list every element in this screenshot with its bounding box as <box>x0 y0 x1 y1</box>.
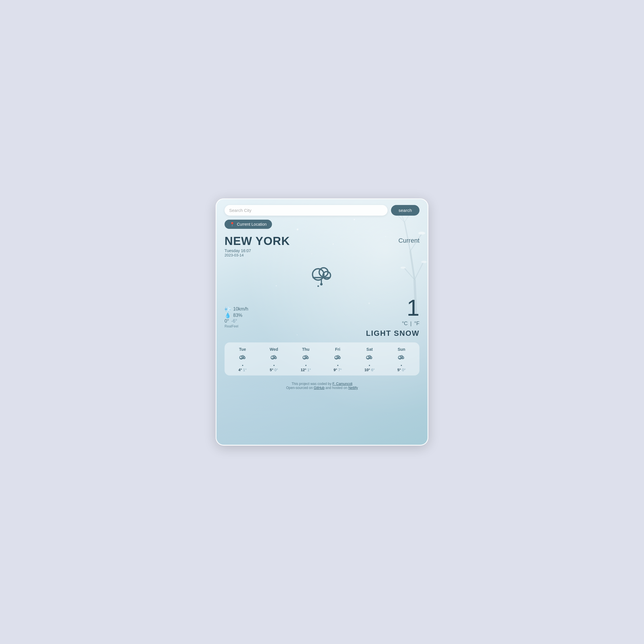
snow-cloud-icon <box>306 260 338 292</box>
condition-label: LIGHT SNOW <box>322 329 419 338</box>
forecast-lo: 1° <box>307 368 311 372</box>
forecast-hi: 9° <box>333 368 337 372</box>
author-link[interactable]: F. Camuncoli <box>332 382 352 386</box>
forecast-day: Thu 12° 1° <box>301 347 311 372</box>
forecast-day-label: Sat <box>367 347 373 352</box>
forecast-cloud-icon <box>397 353 406 363</box>
forecast-cloud-icon <box>238 353 247 363</box>
forecast-lo: 0° <box>402 368 405 372</box>
humidity-icon: 💧 <box>225 312 231 319</box>
main-content: search 📍 Current Location NEW YORK Tuesd… <box>216 199 428 398</box>
svg-point-20 <box>317 285 319 287</box>
forecast-dot <box>401 365 402 366</box>
city-info: NEW YORK Tuesday 16:07 2023-03-14 <box>225 235 398 257</box>
location-button-label: Current Location <box>237 222 267 227</box>
unit-separator: | <box>410 321 412 326</box>
forecast-hi: 5° <box>270 368 273 372</box>
temperature-value: 1 <box>322 296 419 319</box>
github-link[interactable]: GitHub <box>314 386 324 390</box>
forecast-day: Sat 10° 6° <box>365 347 375 372</box>
forecast-temps: 5° 0° <box>397 368 406 372</box>
humidity-detail: 💧 83% <box>225 312 322 319</box>
forecast-day: Sun 5° 0° <box>397 347 406 372</box>
search-row: search <box>225 205 419 216</box>
city-name: NEW YORK <box>225 235 398 247</box>
realfeel-hi: 0° <box>225 319 229 324</box>
left-details: 💨 10km/h 💧 83% 0° -6° RealFeel <box>225 306 322 328</box>
footer: This project was coded by F. Camuncoli O… <box>225 382 419 391</box>
search-input[interactable] <box>225 205 388 216</box>
search-button[interactable]: search <box>391 205 419 216</box>
current-label: Current <box>398 235 419 244</box>
forecast-day-label: Fri <box>335 347 340 352</box>
day-label: Tuesday <box>225 248 240 253</box>
svg-point-19 <box>320 283 323 285</box>
forecast-day: Wed 5° 0° <box>269 347 279 372</box>
forecast-day: Fri 9° 7° <box>333 347 342 372</box>
forecast-dot <box>369 365 370 366</box>
forecast-hi: 4° <box>238 368 242 372</box>
footer-text3: and hosted on <box>325 386 347 390</box>
fahrenheit-unit[interactable]: °F <box>414 321 419 326</box>
forecast-cloud-icon <box>269 353 279 363</box>
forecast-lo: 1° <box>243 368 246 372</box>
wind-speed: 10km/h <box>233 306 248 312</box>
realfeel-lo: -6° <box>231 319 237 324</box>
netlify-link[interactable]: Netlify <box>348 386 358 390</box>
forecast-temps: 5° 0° <box>270 368 278 372</box>
right-temp: 1 °C | °F LIGHT SNOW <box>322 296 419 338</box>
city-time: Tuesday 16:07 <box>225 248 398 253</box>
weather-header: NEW YORK Tuesday 16:07 2023-03-14 Curren… <box>225 235 419 257</box>
forecast-dot <box>242 365 243 366</box>
realfeel-label: RealFeel <box>225 324 322 328</box>
forecast-temps: 4° 1° <box>238 368 247 372</box>
wind-icon: 💨 <box>225 306 231 312</box>
forecast-cloud-icon <box>333 353 342 363</box>
svg-point-14 <box>313 269 324 280</box>
forecast-dot <box>337 365 338 366</box>
current-location-button[interactable]: 📍 Current Location <box>225 220 272 229</box>
forecast-hi: 10° <box>365 368 370 372</box>
forecast-day-label: Sun <box>398 347 405 352</box>
forecast-dot <box>273 365 275 366</box>
forecast-cloud-icon <box>365 353 374 363</box>
footer-text1: This project was coded by <box>292 382 332 386</box>
forecast-dot <box>305 365 306 366</box>
realfeel-detail: 0° -6° <box>225 319 322 324</box>
forecast-strip: Tue 4° 1° Wed 5° 0° <box>225 342 419 375</box>
forecast-temps: 12° 1° <box>301 368 311 372</box>
forecast-lo: 0° <box>274 368 278 372</box>
forecast-day-label: Tue <box>239 347 246 352</box>
weather-icon-area <box>225 260 419 292</box>
forecast-hi: 12° <box>301 368 306 372</box>
location-icon: 📍 <box>230 222 235 227</box>
forecast-hi: 5° <box>397 368 401 372</box>
city-date: 2023-03-14 <box>225 253 398 257</box>
humidity-value: 83% <box>233 313 242 318</box>
forecast-cloud-icon <box>301 353 311 363</box>
temp-units: °C | °F <box>322 321 419 327</box>
app-card: search 📍 Current Location NEW YORK Tuesd… <box>216 198 428 446</box>
celsius-unit[interactable]: °C <box>402 321 408 326</box>
forecast-day-label: Thu <box>302 347 310 352</box>
forecast-temps: 10° 6° <box>365 368 375 372</box>
wind-detail: 💨 10km/h <box>225 306 322 312</box>
time-label: 16:07 <box>241 248 251 253</box>
forecast-lo: 6° <box>371 368 375 372</box>
temp-details-grid: 💨 10km/h 💧 83% 0° -6° RealFeel 1 °C | <box>225 296 419 338</box>
forecast-day: Tue 4° 1° <box>238 347 247 372</box>
footer-text2: Open-sourced on <box>286 386 313 390</box>
forecast-temps: 9° 7° <box>333 368 342 372</box>
forecast-lo: 7° <box>338 368 342 372</box>
footer-line1: This project was coded by F. Camuncoli <box>225 382 419 386</box>
forecast-day-label: Wed <box>270 347 278 352</box>
footer-line2: Open-sourced on GitHub and hosted on Net… <box>225 386 419 390</box>
